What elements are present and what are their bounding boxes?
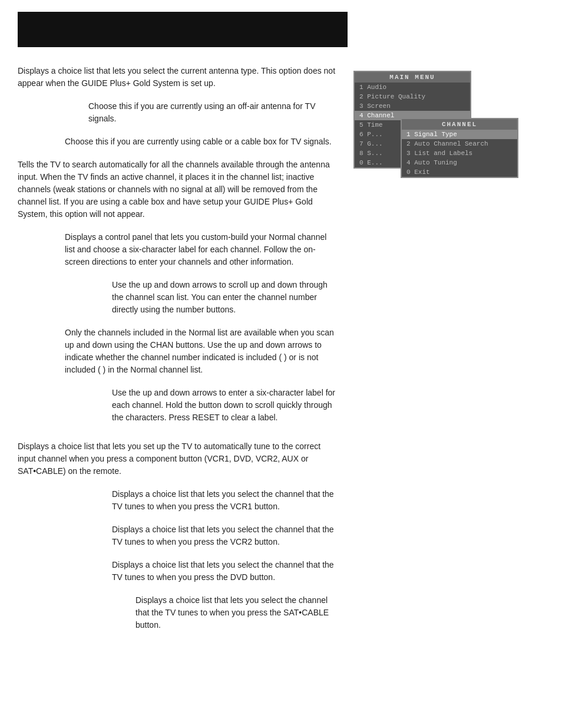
channel-menu-item-signal-type: 1 Signal Type [402, 130, 517, 139]
paragraph-12: Displays a choice list that lets you sel… [18, 559, 336, 584]
main-menu-title: MAIN MENU [355, 72, 470, 83]
paragraph-11: Displays a choice list that lets you sel… [18, 523, 336, 548]
paragraph-6: Use the up and down arrows to scroll up … [18, 279, 336, 316]
main-menu-item-picture: 2 Picture Quality [355, 92, 470, 101]
paragraph-2: Choose this if you are currently using a… [18, 100, 336, 125]
header-bar [18, 12, 348, 47]
paragraph-3: Choose this if you are currently using c… [18, 136, 336, 148]
paragraph-7: Only the channels included in the Normal… [18, 327, 336, 376]
channel-menu: CHANNEL 1 Signal Type 2 Auto Channel Sea… [401, 118, 518, 178]
osd-menus: MAIN MENU 1 Audio 2 Picture Quality 3 Sc… [353, 71, 524, 169]
menu-column: MAIN MENU 1 Audio 2 Picture Quality 3 Sc… [353, 65, 530, 642]
paragraph-10: Displays a choice list that lets you sel… [18, 488, 336, 513]
paragraph-8: Use the up and down arrows to enter a si… [18, 387, 336, 424]
paragraph-5: Displays a control panel that lets you c… [18, 231, 336, 268]
channel-menu-item-auto-tuning: 4 Auto Tuning [402, 158, 517, 167]
main-menu-item-audio: 1 Audio [355, 83, 470, 92]
main-menu-item-screen: 3 Screen [355, 101, 470, 111]
paragraph-13: Displays a choice list that lets you sel… [18, 594, 336, 631]
channel-menu-item-auto-search: 2 Auto Channel Search [402, 139, 517, 149]
channel-menu-item-list-labels: 3 List and Labels [402, 149, 517, 158]
paragraph-4: Tells the TV to search automatically for… [18, 159, 336, 220]
paragraph-9: Displays a choice list that lets you set… [18, 440, 336, 477]
channel-menu-item-exit: 0 Exit [402, 167, 517, 177]
paragraph-1: Displays a choice list that lets you sel… [18, 65, 336, 90]
text-column: Displays a choice list that lets you sel… [0, 65, 353, 642]
channel-menu-title: CHANNEL [402, 119, 517, 130]
